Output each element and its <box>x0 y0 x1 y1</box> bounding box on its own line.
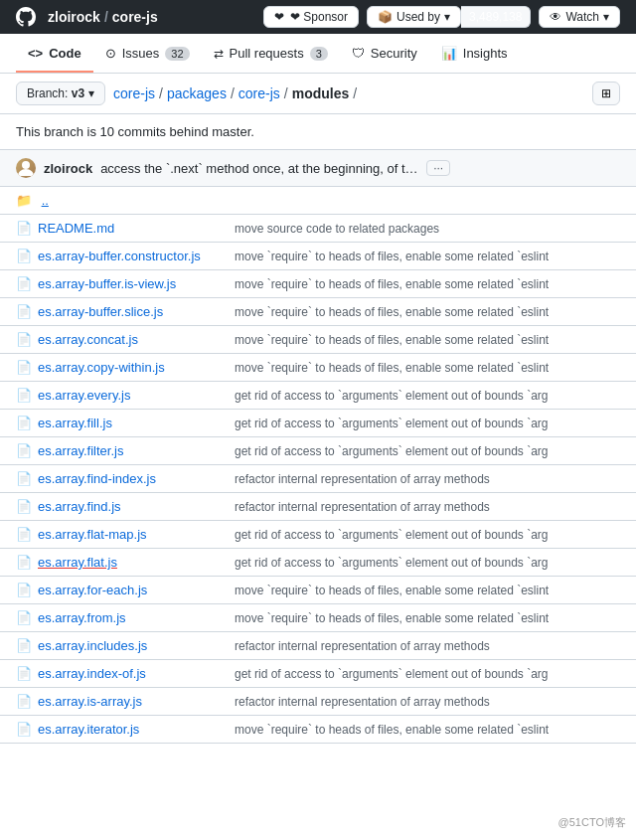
breadcrumb-link-packages[interactable]: packages <box>167 85 227 101</box>
file-icon: 📄 <box>16 666 32 681</box>
sponsor-button[interactable]: ❤ ❤ Sponsor <box>263 6 359 28</box>
insights-icon: 📊 <box>441 46 457 61</box>
parent-dir-link[interactable]: .. <box>42 193 49 208</box>
table-row: 📄es.array.fill.jsget rid of access to `a… <box>0 410 636 437</box>
table-row: 📄es.array.concat.jsmove `require` to hea… <box>0 326 636 354</box>
file-link[interactable]: es.array.filter.js <box>38 443 123 458</box>
repo-owner[interactable]: zloirock <box>48 9 100 25</box>
file-commit-msg: get rid of access to `arguments` element… <box>219 549 636 577</box>
file-link[interactable]: es.array.flat-map.js <box>38 527 147 542</box>
file-commit-msg: move `require` to heads of files, enable… <box>219 298 636 326</box>
file-link[interactable]: es.array.index-of.js <box>38 666 146 681</box>
file-icon: 📄 <box>16 722 32 737</box>
table-row: 📄es.array.from.jsmove `require` to heads… <box>0 604 636 632</box>
breadcrumb: core-js / packages / core-js / modules / <box>113 85 357 101</box>
file-commit-msg: refactor internal representation of arra… <box>219 465 636 493</box>
file-link[interactable]: es.array.fill.js <box>38 416 112 430</box>
file-link[interactable]: README.md <box>38 221 114 236</box>
file-link[interactable]: es.array.concat.js <box>38 332 138 347</box>
table-row: 📄es.array.flat.jsget rid of access to `a… <box>0 549 636 577</box>
file-icon: 📄 <box>16 221 32 236</box>
table-row: 📄es.array.find-index.jsrefactor internal… <box>0 465 636 493</box>
file-icon: 📄 <box>16 583 32 597</box>
file-commit-msg: refactor internal representation of arra… <box>219 493 636 521</box>
used-by-group: 📦 Used by ▾ 3,489,138 <box>367 6 531 28</box>
file-icon: 📄 <box>16 332 32 347</box>
table-row: 📄es.array.filter.jsget rid of access to … <box>0 437 636 465</box>
file-commit-msg: get rid of access to `arguments` element… <box>219 660 636 688</box>
table-row: 📄es.array.every.jsget rid of access to `… <box>0 382 636 410</box>
file-commit-msg: get rid of access to `arguments` element… <box>219 382 636 410</box>
file-commit-msg: move `require` to heads of files, enable… <box>219 716 636 744</box>
table-row: 📄es.array-buffer.slice.jsmove `require` … <box>0 298 636 326</box>
file-icon: 📄 <box>16 249 32 263</box>
file-link[interactable]: es.array.includes.js <box>38 638 147 653</box>
file-list: 📄README.mdmove source code to related pa… <box>0 215 636 744</box>
avatar <box>16 158 36 178</box>
issues-icon: ⊙ <box>105 46 116 61</box>
tab-issues[interactable]: ⊙ Issues 32 <box>93 34 202 73</box>
file-link[interactable]: es.array-buffer.slice.js <box>38 304 163 319</box>
file-link[interactable]: es.array.from.js <box>38 610 126 625</box>
file-link[interactable]: es.array.copy-within.js <box>38 360 165 375</box>
used-by-button[interactable]: 📦 Used by ▾ <box>367 6 461 28</box>
svg-point-0 <box>22 161 30 169</box>
folder-icon: 📁 <box>16 193 32 208</box>
breadcrumb-current: modules <box>292 85 350 101</box>
watch-button[interactable]: 👁 Watch ▾ <box>539 6 620 28</box>
file-icon: 📄 <box>16 388 32 403</box>
top-actions: ❤ ❤ Sponsor 📦 Used by ▾ 3,489,138 👁 Watc… <box>263 6 620 28</box>
table-row: 📄es.array.find.jsrefactor internal repre… <box>0 493 636 521</box>
table-row: 📄es.array.for-each.jsmove `require` to h… <box>0 577 636 604</box>
file-icon: 📄 <box>16 471 32 486</box>
file-icon: 📄 <box>16 527 32 542</box>
tab-pull-requests[interactable]: ⇄ Pull requests 3 <box>202 34 340 73</box>
tab-insights[interactable]: 📊 Insights <box>429 34 520 73</box>
file-link[interactable]: es.array-buffer.constructor.js <box>38 249 201 263</box>
branch-bar: Branch: v3 ▾ core-js / packages / core-j… <box>0 74 636 114</box>
file-commit-msg: move `require` to heads of files, enable… <box>219 243 636 270</box>
file-link[interactable]: es.array.for-each.js <box>38 583 147 597</box>
file-commit-msg: move `require` to heads of files, enable… <box>219 354 636 382</box>
file-icon: 📄 <box>16 360 32 375</box>
breadcrumb-link-corejs1[interactable]: core-js <box>113 85 155 101</box>
behind-message: This branch is 10 commits behind master. <box>0 114 636 150</box>
watch-chevron-icon: ▾ <box>603 10 609 24</box>
top-bar: zloirock / core-js ❤ ❤ Sponsor 📦 Used by… <box>0 0 636 34</box>
file-icon: 📄 <box>16 638 32 653</box>
file-icon: 📄 <box>16 694 32 709</box>
table-row: 📄es.array-buffer.constructor.jsmove `req… <box>0 243 636 270</box>
breadcrumb-sep4: / <box>353 85 357 101</box>
file-commit-msg: move `require` to heads of files, enable… <box>219 604 636 632</box>
file-icon: 📄 <box>16 416 32 430</box>
breadcrumb-link-corejs2[interactable]: core-js <box>238 85 280 101</box>
repo-sep: / <box>104 9 108 25</box>
file-link[interactable]: es.array.find.js <box>38 499 121 514</box>
table-row: 📄es.array.copy-within.jsmove `require` t… <box>0 354 636 382</box>
table-row: 📄README.mdmove source code to related pa… <box>0 215 636 243</box>
nav-tabs: <> Code ⊙ Issues 32 ⇄ Pull requests 3 🛡 … <box>0 34 636 74</box>
file-link[interactable]: es.array.every.js <box>38 388 130 403</box>
file-icon: 📄 <box>16 304 32 319</box>
file-commit-msg: move `require` to heads of files, enable… <box>219 270 636 298</box>
branch-button[interactable]: Branch: v3 ▾ <box>16 82 105 105</box>
tab-code[interactable]: <> Code <box>16 34 93 73</box>
grid-button[interactable]: ⊞ <box>592 82 620 105</box>
file-link[interactable]: es.array-buffer.is-view.js <box>38 276 176 291</box>
file-link[interactable]: es.array.flat.js <box>38 555 117 570</box>
commit-more-button[interactable]: ··· <box>426 160 450 176</box>
repo-name[interactable]: core-js <box>112 9 158 25</box>
pr-badge: 3 <box>310 47 328 61</box>
file-link[interactable]: es.array.iterator.js <box>38 722 139 737</box>
avatar-image <box>16 158 36 178</box>
tab-security[interactable]: 🛡 Security <box>340 34 429 73</box>
table-row: 📄es.array.index-of.jsget rid of access t… <box>0 660 636 688</box>
file-link[interactable]: es.array.is-array.js <box>38 694 142 709</box>
commit-author[interactable]: zloirock <box>44 161 92 176</box>
file-commit-msg: refactor internal representation of arra… <box>219 632 636 660</box>
file-link[interactable]: es.array.find-index.js <box>38 471 156 486</box>
branch-label: Branch: v3 <box>27 86 84 100</box>
file-commit-msg: get rid of access to `arguments` element… <box>219 521 636 549</box>
file-icon: 📄 <box>16 499 32 514</box>
file-commit-msg: move `require` to heads of files, enable… <box>219 326 636 354</box>
